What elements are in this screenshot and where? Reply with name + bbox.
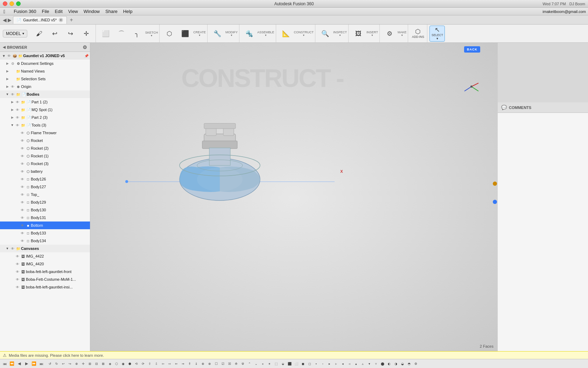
bottom-btn-18[interactable]: ⇦: [160, 361, 166, 367]
bottom-btn-41[interactable]: ▪: [313, 361, 319, 367]
comments-panel-header[interactable]: 💬 COMMENTS: [498, 102, 588, 113]
bottom-btn-17[interactable]: ⇩: [153, 361, 160, 367]
bottom-btn-7[interactable]: ⊞: [87, 361, 93, 367]
bottom-btn-55[interactable]: ◓: [406, 361, 412, 367]
bottom-btn-11[interactable]: ⬡: [113, 361, 120, 367]
tool-insert[interactable]: 🖼: [351, 26, 366, 42]
tool-sketch-fillet[interactable]: ╮: [130, 26, 145, 42]
rocket-eye-icon[interactable]: 👁: [20, 139, 25, 143]
viewport[interactable]: CONSTRUCT -: [90, 43, 498, 351]
bottom-btn-51[interactable]: ⬤: [379, 361, 386, 367]
img4422-eye-icon[interactable]: 👁: [15, 254, 20, 258]
tree-item-body133[interactable]: 👁 □ Body133: [0, 229, 90, 237]
forward-button[interactable]: ▶: [8, 17, 12, 23]
construct-group-label[interactable]: CONSTRUCT ▼: [294, 30, 314, 36]
root-eye-icon[interactable]: 👁: [6, 54, 12, 58]
bottom-btn-16[interactable]: ⇧: [147, 361, 153, 367]
tool-plus[interactable]: ✛: [79, 26, 94, 42]
close-button[interactable]: [3, 1, 7, 6]
part1-expand-icon[interactable]: ▶: [10, 100, 15, 104]
doc-settings-expand-icon[interactable]: ▶: [5, 62, 10, 65]
body134-eye-icon[interactable]: 👁: [20, 239, 25, 243]
menu-item-app[interactable]: Fusion 360: [11, 8, 39, 15]
assemble-group-label[interactable]: ASSEMBLE ▼: [257, 30, 274, 36]
bottom-btn-26[interactable]: ☐: [213, 361, 219, 367]
bodies-eye-icon[interactable]: 👁: [10, 93, 15, 96]
warning-bar[interactable]: ⚠ Media files are missing. Please click …: [0, 351, 588, 359]
bottom-btn-31[interactable]: ⌃: [246, 361, 253, 367]
tree-item-boba3[interactable]: 👁 🖼 boba-fett-left-gauntlet-insi...: [0, 283, 90, 291]
rocket2-eye-icon[interactable]: 👁: [20, 146, 25, 150]
browser-settings-icon[interactable]: ⚙: [83, 45, 87, 50]
tree-item-selection-sets[interactable]: ▶ 📁 Selection Sets: [0, 75, 90, 83]
account-display[interactable]: imakeitboom@gmail.com: [542, 9, 586, 14]
top-eye-icon[interactable]: 👁: [20, 193, 25, 197]
fast-forward-button[interactable]: ⏩: [31, 361, 37, 367]
new-tab-button[interactable]: +: [68, 17, 75, 23]
model-selector[interactable]: MODEL ▾: [3, 30, 27, 38]
bottom-btn-9[interactable]: ⊠: [100, 361, 106, 367]
tree-item-rocket[interactable]: 👁 ⬡ Rocket: [0, 137, 90, 144]
body130-eye-icon[interactable]: 👁: [20, 208, 25, 212]
tree-item-body127[interactable]: 👁 □ Body127: [0, 183, 90, 191]
skip-to-end-button[interactable]: ⏭: [38, 361, 44, 367]
tool-redo[interactable]: ↪: [63, 26, 78, 42]
play-reverse-button[interactable]: ◀: [16, 361, 22, 367]
body129-eye-icon[interactable]: 👁: [20, 200, 25, 204]
flame-eye-icon[interactable]: 👁: [20, 131, 25, 135]
tree-item-origin[interactable]: ▶ 👁 ⊕ Origin: [0, 83, 90, 90]
tree-item-mq-spot[interactable]: ▶ 👁 📁 📄 MQ Spot (1): [0, 106, 90, 114]
tool-sketch-arc[interactable]: ⌒: [114, 26, 129, 42]
bottom-btn-54[interactable]: ◒: [399, 361, 406, 367]
minimize-button[interactable]: [9, 1, 14, 6]
bottom-btn-8[interactable]: ⊟: [93, 361, 100, 367]
bottom-btn-25[interactable]: ⊗: [206, 361, 213, 367]
bottom-btn-22[interactable]: ⇑: [187, 361, 193, 367]
selection-sets-expand-icon[interactable]: ▶: [5, 77, 10, 81]
tree-item-canvases[interactable]: ▼ 👁 📁 Canvases: [0, 245, 90, 252]
tree-item-tools[interactable]: ▼ 👁 📁 📄 Tools (3): [0, 121, 90, 129]
bottom-btn-46[interactable]: ◃: [346, 361, 352, 367]
rocket3-eye-icon[interactable]: 👁: [20, 162, 25, 166]
tree-item-bottom[interactable]: 👁 ■ Bottom: [0, 222, 90, 229]
tool-sketch-rect[interactable]: ⬜: [98, 26, 113, 42]
tree-item-body129[interactable]: 👁 □ Body129: [0, 198, 90, 206]
tool-select[interactable]: ↖ SELECT ▼: [429, 26, 445, 42]
bottom-btn-35[interactable]: ⬚: [273, 361, 279, 367]
battery-eye-icon[interactable]: 👁: [20, 170, 25, 173]
skip-to-start-button[interactable]: ⏮: [1, 361, 8, 367]
bottom-btn-30[interactable]: ⟱: [240, 361, 246, 367]
tree-item-top[interactable]: 👁 □ Top_: [0, 191, 90, 198]
bottom-btn-5[interactable]: ⊕: [74, 361, 80, 367]
bottom-btn-48[interactable]: ▵: [359, 361, 366, 367]
tool-construct[interactable]: 📐: [278, 26, 294, 42]
tree-item-img4420[interactable]: 👁 🖼 IMG_4420: [0, 260, 90, 268]
bottom-btn-24[interactable]: ⊕: [200, 361, 206, 367]
bottom-btn-45[interactable]: ◂: [340, 361, 346, 367]
bottom-btn-44[interactable]: ▹: [333, 361, 339, 367]
sketch-group-label[interactable]: SKETCH ▼: [145, 30, 158, 37]
tab-close-button[interactable]: ×: [59, 18, 63, 22]
bottom-btn-32[interactable]: ⌄: [253, 361, 259, 367]
inspect-group-label[interactable]: INSPECT ▼: [333, 30, 347, 36]
bottom-btn-23[interactable]: ⇓: [193, 361, 200, 367]
bottom-btn-34[interactable]: ⌆: [266, 361, 273, 367]
part1-eye-icon[interactable]: 👁: [15, 100, 20, 104]
back-button[interactable]: ◀: [3, 17, 7, 23]
bottom-btn-43[interactable]: ▸: [326, 361, 332, 367]
origin-expand-icon[interactable]: ▶: [5, 85, 10, 88]
fullscreen-button[interactable]: [16, 1, 21, 6]
tool-paint[interactable]: 🖌: [31, 26, 47, 42]
origin-eye-icon[interactable]: 👁: [10, 85, 15, 89]
body131-eye-icon[interactable]: 👁: [20, 216, 25, 220]
bottom-btn-15[interactable]: ⟳: [140, 361, 146, 367]
bottom-btn-20[interactable]: ⇐: [173, 361, 180, 367]
tool-undo[interactable]: ↩: [47, 26, 63, 42]
tree-item-rocket2[interactable]: 👁 ⬡ Rocket (2): [0, 144, 90, 152]
bodies-expand-icon[interactable]: ▼: [5, 93, 10, 96]
tree-item-body134[interactable]: 👁 □ Body134: [0, 237, 90, 245]
mq-spot-eye-icon[interactable]: 👁: [15, 108, 20, 112]
tree-item-part2[interactable]: ▶ 👁 📁 📄 Part 2 (3): [0, 114, 90, 121]
boba3-eye-icon[interactable]: 👁: [15, 285, 20, 289]
bottom-btn-27[interactable]: ☑: [220, 361, 226, 367]
